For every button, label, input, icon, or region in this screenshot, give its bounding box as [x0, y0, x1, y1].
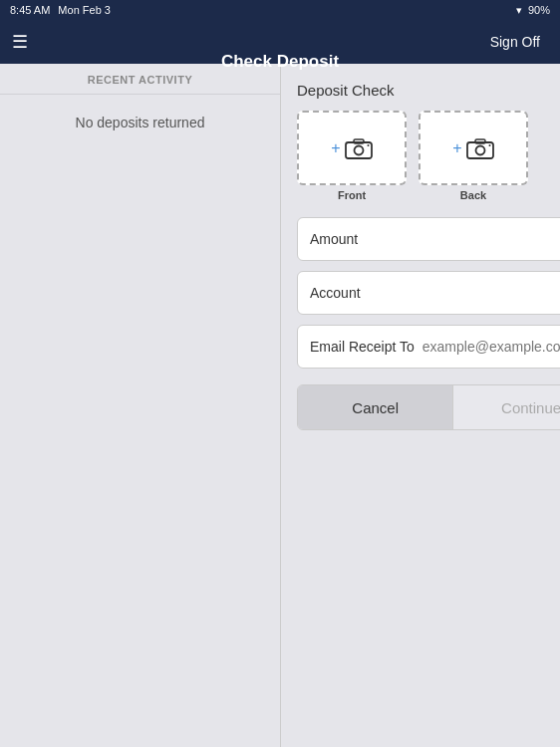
battery-status: 90% — [528, 4, 550, 16]
svg-rect-6 — [475, 139, 485, 143]
front-label: Front — [338, 189, 366, 201]
left-panel: RECENT ACTIVITY No deposits returned — [0, 64, 281, 747]
svg-point-7 — [488, 144, 490, 146]
front-photo-wrap: + Front — [297, 111, 407, 201]
front-camera-icon — [345, 137, 373, 159]
hamburger-icon[interactable]: ☰ — [12, 33, 28, 51]
account-row[interactable]: Account › — [297, 271, 560, 315]
svg-point-1 — [354, 145, 363, 154]
back-camera-icon — [466, 137, 494, 159]
email-row: Email Receipt To — [297, 325, 560, 369]
cancel-button[interactable]: Cancel — [298, 385, 453, 429]
deposit-check-title: Deposit Check — [297, 82, 560, 99]
svg-point-3 — [367, 144, 369, 146]
sign-off-button[interactable]: Sign Off — [482, 30, 548, 54]
account-label: Account — [310, 285, 361, 301]
action-row: Cancel Continue — [297, 384, 560, 430]
right-panel: Deposit Check + Front + — [281, 64, 560, 747]
wifi-icon: ▾ — [516, 4, 522, 17]
svg-point-5 — [475, 145, 484, 154]
status-left: 8:45 AM Mon Feb 3 — [10, 4, 111, 16]
no-deposits-message: No deposits returned — [0, 95, 280, 150]
email-input[interactable] — [422, 339, 560, 355]
nav-bar: ☰ Check Deposit Sign Off — [0, 20, 560, 64]
back-photo-wrap: + Back — [419, 111, 528, 201]
back-photo-button[interactable]: + — [419, 111, 528, 185]
svg-rect-2 — [354, 139, 364, 143]
status-time: 8:45 AM — [10, 4, 50, 16]
status-date: Mon Feb 3 — [58, 4, 111, 16]
nav-title: Check Deposit — [221, 52, 339, 72]
back-label: Back — [460, 189, 486, 201]
email-receipt-label: Email Receipt To — [310, 339, 415, 355]
amount-label: Amount — [310, 231, 358, 247]
back-plus-icon: + — [452, 139, 461, 157]
continue-button[interactable]: Continue — [453, 385, 560, 429]
amount-row[interactable]: Amount › — [297, 217, 560, 261]
front-photo-button[interactable]: + — [297, 111, 407, 185]
photo-row: + Front + — [297, 111, 560, 201]
front-plus-icon: + — [331, 139, 340, 157]
main-content: RECENT ACTIVITY No deposits returned Dep… — [0, 64, 560, 747]
status-right: ▾ 90% — [516, 4, 550, 17]
status-bar: 8:45 AM Mon Feb 3 ▾ 90% — [0, 0, 560, 20]
